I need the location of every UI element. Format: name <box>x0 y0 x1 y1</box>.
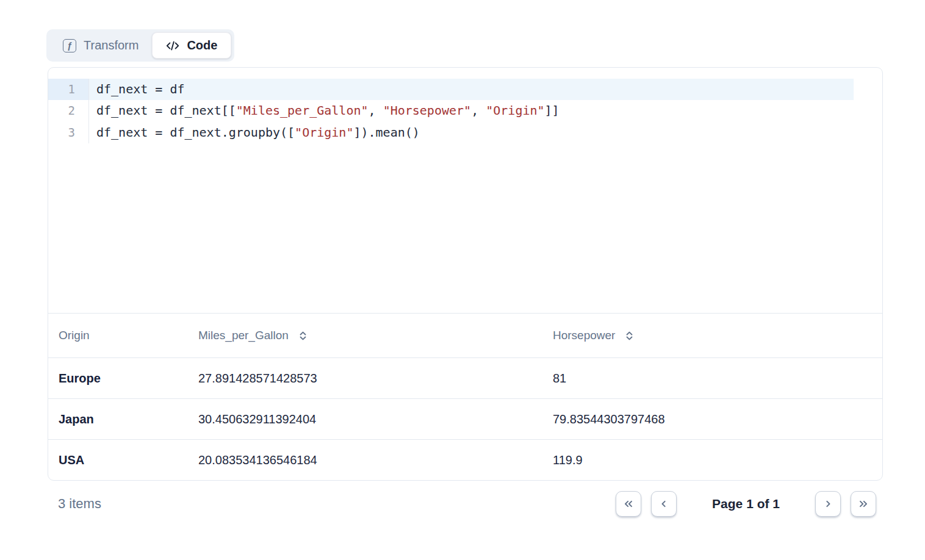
code-line[interactable]: 1df_next = df <box>48 79 882 100</box>
table-footer: 3 items Page 1 of 1 <box>48 491 883 517</box>
table-header-row: Origin Miles_per_Gallon Horsepower <box>48 313 882 357</box>
transform-card: 1df_next = df2df_next = df_next[["Miles_… <box>48 67 883 481</box>
tab-code-label: Code <box>187 38 217 52</box>
tab-transform[interactable]: ƒ Transform <box>49 32 152 59</box>
table-row[interactable]: Japan30.45063291139240479.83544303797468 <box>48 398 882 439</box>
code-editor[interactable]: 1df_next = df2df_next = df_next[["Miles_… <box>48 68 882 313</box>
cell-horsepower: 81 <box>553 372 882 386</box>
result-table: Origin Miles_per_Gallon Horsepower <box>48 313 882 480</box>
table-body: Europe27.89142857142857381Japan30.450632… <box>48 357 882 480</box>
next-page-button[interactable] <box>815 491 841 517</box>
view-mode-tabbar: ƒ Transform Code <box>46 29 234 62</box>
code-token: ]).mean() <box>353 125 419 140</box>
line-number: 2 <box>48 100 89 121</box>
code-token: , <box>369 103 383 118</box>
code-token: df_next = df_next.groupby([ <box>96 125 295 140</box>
column-header-label: Horsepower <box>553 329 615 342</box>
code-text: df_next = df_next[["Miles_per_Gallon", "… <box>89 100 882 121</box>
column-header-origin: Origin <box>48 329 198 342</box>
code-text: df_next = df <box>89 79 854 100</box>
cell-miles-per-gallon: 27.891428571428573 <box>198 372 553 386</box>
string-token: "Horsepower" <box>383 103 472 118</box>
cell-origin: USA <box>48 453 198 467</box>
cell-miles-per-gallon: 20.083534136546184 <box>198 453 553 467</box>
cell-miles-per-gallon: 30.450632911392404 <box>198 412 553 426</box>
code-token: ]] <box>545 103 560 118</box>
cell-origin: Europe <box>48 372 198 386</box>
code-token: , <box>471 103 486 118</box>
code-icon <box>166 39 179 52</box>
column-header-horsepower: Horsepower <box>553 329 882 342</box>
table-row[interactable]: Europe27.89142857142857381 <box>48 357 882 398</box>
string-token: "Miles_per_Gallon" <box>236 103 369 118</box>
code-text: df_next = df_next.groupby(["Origin"]).me… <box>89 122 882 143</box>
code-line[interactable]: 3df_next = df_next.groupby(["Origin"]).m… <box>48 122 882 143</box>
string-token: "Origin" <box>486 103 544 118</box>
first-page-button[interactable] <box>616 491 641 517</box>
code-token: df_next = df_next[[ <box>96 103 236 118</box>
table-row[interactable]: USA20.083534136546184119.9 <box>48 439 882 480</box>
function-icon: ƒ <box>63 39 76 52</box>
cell-horsepower: 79.83544303797468 <box>553 412 882 426</box>
sort-icon[interactable] <box>297 330 309 342</box>
pagination: Page 1 of 1 <box>616 491 876 517</box>
last-page-button[interactable] <box>851 491 876 517</box>
cell-horsepower: 119.9 <box>553 453 882 467</box>
tab-code[interactable]: Code <box>152 32 231 59</box>
string-token: "Origin" <box>295 125 353 140</box>
items-count: 3 items <box>58 496 101 512</box>
page-indicator: Page 1 of 1 <box>712 497 780 511</box>
column-header-label: Origin <box>59 329 90 342</box>
previous-page-button[interactable] <box>651 491 677 517</box>
line-number: 3 <box>48 122 89 143</box>
line-number: 1 <box>48 79 89 100</box>
code-token: df_next = df <box>96 82 185 96</box>
sort-icon[interactable] <box>624 330 635 342</box>
cell-origin: Japan <box>48 412 198 426</box>
column-header-label: Miles_per_Gallon <box>198 329 289 342</box>
code-line[interactable]: 2df_next = df_next[["Miles_per_Gallon", … <box>48 100 882 121</box>
column-header-miles-per-gallon: Miles_per_Gallon <box>198 329 553 342</box>
tab-transform-label: Transform <box>84 38 139 52</box>
